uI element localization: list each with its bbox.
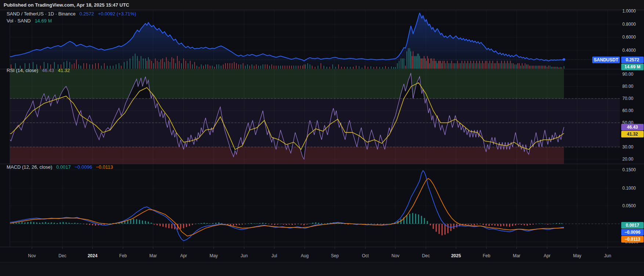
volume-bar <box>318 66 318 69</box>
volume-bar <box>95 63 96 69</box>
volume-bar <box>542 66 543 69</box>
macd-histogram-bar <box>483 224 484 225</box>
macd-histogram-bar <box>295 224 296 225</box>
volume-bar <box>561 67 562 69</box>
chart-canvas[interactable] <box>0 0 644 276</box>
volume-bar <box>362 68 362 69</box>
volume-bar <box>476 61 477 69</box>
macd-histogram-bar <box>380 224 381 224</box>
macd-histogram-bar <box>95 224 96 226</box>
volume-bar <box>413 51 413 69</box>
volume-bar <box>247 64 248 69</box>
volume-bar <box>110 66 111 69</box>
macd-histogram-bar <box>77 223 79 224</box>
volume-bar <box>489 61 490 69</box>
macd-histogram-bar <box>383 224 384 225</box>
volume-bar <box>221 66 221 69</box>
volume-bar <box>486 61 487 69</box>
volume-bar <box>463 63 464 69</box>
rsi-axis-label: 70.00 <box>622 96 633 101</box>
volume-bar <box>535 66 536 69</box>
volume-bar <box>388 67 389 69</box>
volume-bar <box>416 56 417 69</box>
volume-bar <box>238 64 239 69</box>
macd-histogram-bar <box>274 224 275 225</box>
volume-bar <box>522 63 522 69</box>
macd-histogram-bar <box>136 219 137 224</box>
macd-histogram-bar <box>301 224 302 225</box>
macd-histogram-bar <box>536 224 537 224</box>
volume-bar <box>240 64 241 69</box>
volume-bar <box>315 67 315 69</box>
volume-bar <box>557 67 558 69</box>
volume-bar <box>382 67 383 69</box>
volume-bar <box>500 63 500 69</box>
rsi-legend: RSI (14, close) 46.43 41.32 <box>7 68 72 73</box>
macd-histogram-bar <box>280 224 281 224</box>
volume-bar <box>488 63 489 69</box>
volume-bar <box>335 67 336 69</box>
macd-histogram-bar <box>374 224 375 224</box>
volume-bar <box>260 66 261 69</box>
symbol-description: SAND / TetherUS · 1D · Binance <box>7 11 76 17</box>
symbol-badge: SANDUSDT <box>592 57 620 63</box>
macd-histogram-bar <box>539 223 540 224</box>
macd-histogram-bar <box>92 224 93 225</box>
volume-bar <box>347 67 348 69</box>
volume-bar <box>473 61 474 69</box>
volume-bar <box>341 67 342 69</box>
volume-bar <box>538 66 539 69</box>
volume-bar <box>304 64 304 69</box>
macd-histogram-bar <box>148 222 149 224</box>
rsi-axis-label: 90.00 <box>622 71 633 77</box>
macd-histogram-bar <box>471 224 472 225</box>
volume-bar <box>441 63 442 69</box>
volume-bar <box>511 63 512 69</box>
macd-histogram-bar <box>28 222 29 224</box>
volume-bar <box>280 66 281 69</box>
macd-histogram-bar <box>72 223 73 224</box>
volume-bar <box>353 67 354 69</box>
macd-histogram-bar <box>216 223 217 224</box>
volume-bar <box>307 63 308 69</box>
volume-bar <box>405 66 406 69</box>
macd-histogram-bar <box>292 224 293 225</box>
macd-histogram-bar <box>45 222 46 224</box>
volume-bar <box>305 64 306 69</box>
volume-bar <box>104 63 105 69</box>
volume-bar <box>312 66 312 69</box>
macd-histogram-bar <box>192 224 193 225</box>
volume-bar <box>234 62 235 69</box>
volume-bar <box>185 61 186 69</box>
volume-bar <box>404 58 404 69</box>
volume-bar <box>188 63 188 69</box>
volume-bar <box>406 51 407 69</box>
macd-histogram-bar <box>495 224 496 226</box>
volume-bar <box>130 58 130 69</box>
volume-bar <box>98 63 99 69</box>
time-axis-month-label: Jun <box>597 253 618 258</box>
volume-bar <box>466 63 467 69</box>
macd-histogram-bar <box>527 224 528 226</box>
macd-histogram-bar <box>559 223 560 224</box>
price-change: +0.0092 (+3.71%) <box>98 11 136 17</box>
volume-bar <box>146 61 147 69</box>
volume-bar <box>359 66 359 69</box>
macd-title: MACD (12, 26, close) <box>7 164 52 170</box>
volume-bar <box>168 61 169 69</box>
volume-bar <box>556 67 556 69</box>
macd-histogram-bar <box>169 224 170 228</box>
volume-bar <box>145 58 146 69</box>
volume-bar <box>236 63 237 69</box>
volume-bar <box>205 64 206 69</box>
volume-bar <box>157 61 158 69</box>
volume-bar <box>462 61 462 69</box>
volume-bar <box>376 67 377 69</box>
volume-bar <box>278 66 279 69</box>
volume-bar <box>419 56 420 69</box>
macd-histogram-bar <box>80 223 82 224</box>
time-axis-month-label: May <box>203 253 224 258</box>
volume-bar <box>456 63 456 69</box>
volume-bar <box>509 63 509 69</box>
volume-bar <box>254 66 254 69</box>
